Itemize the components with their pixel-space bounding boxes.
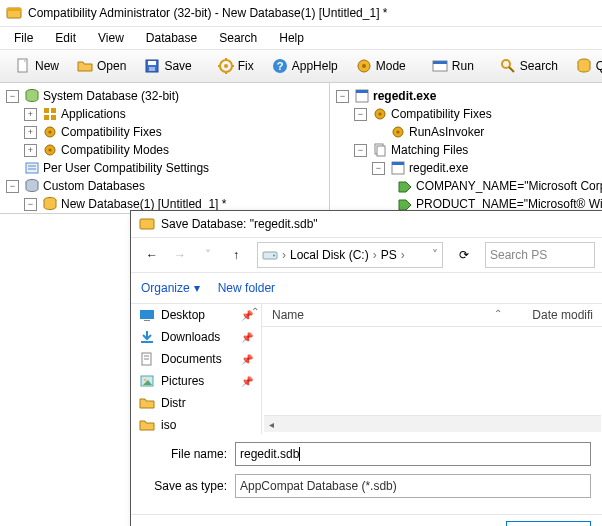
- files-icon: [372, 142, 388, 158]
- svg-point-28: [48, 130, 51, 133]
- expander-icon[interactable]: −: [336, 90, 349, 103]
- svg-rect-25: [44, 115, 49, 120]
- node-compat-modes[interactable]: Compatibility Modes: [61, 142, 169, 158]
- app-icon: [6, 5, 22, 21]
- svg-point-19: [502, 60, 510, 68]
- svg-rect-51: [392, 162, 404, 165]
- save-dialog: Save Database: "regedit.sdb" ← → ˅ ↑ › L…: [130, 210, 602, 214]
- expander-icon[interactable]: −: [6, 90, 19, 103]
- menu-help[interactable]: Help: [269, 29, 314, 47]
- node-per-user[interactable]: Per User Compatibility Settings: [43, 160, 209, 176]
- query-icon: [576, 58, 592, 74]
- new-button[interactable]: New: [6, 54, 68, 78]
- node-system-database[interactable]: System Database (32-bit): [43, 88, 179, 104]
- svg-point-16: [362, 64, 366, 68]
- exe-icon: [390, 160, 406, 176]
- fix-button[interactable]: Fix: [209, 54, 263, 78]
- apps-icon: [42, 106, 58, 122]
- expander-icon[interactable]: −: [354, 144, 367, 157]
- svg-rect-6: [149, 67, 155, 71]
- node-custom-databases[interactable]: Custom Databases: [43, 178, 145, 194]
- mode-button[interactable]: Mode: [347, 54, 415, 78]
- search-button[interactable]: Search: [491, 54, 567, 78]
- right-tree[interactable]: −regedit.exe −Compatibility Fixes RunAsI…: [330, 83, 602, 213]
- svg-rect-31: [26, 163, 38, 173]
- node-regedit-exe[interactable]: regedit.exe: [373, 88, 436, 104]
- svg-line-20: [509, 67, 514, 72]
- svg-rect-26: [51, 115, 56, 120]
- save-button[interactable]: Save: [135, 54, 200, 78]
- save-icon: [144, 58, 160, 74]
- tag-icon: [397, 178, 413, 194]
- svg-rect-1: [7, 8, 21, 11]
- svg-rect-43: [356, 90, 368, 93]
- svg-rect-18: [433, 61, 447, 64]
- node-runasinvoker[interactable]: RunAsInvoker: [409, 124, 484, 140]
- exe-icon: [354, 88, 370, 104]
- expander-icon[interactable]: +: [24, 126, 37, 139]
- fix-icon: [218, 58, 234, 74]
- run-button[interactable]: Run: [423, 54, 483, 78]
- svg-rect-49: [377, 146, 385, 156]
- database-new-icon: [42, 196, 58, 212]
- svg-rect-23: [44, 108, 49, 113]
- open-button[interactable]: Open: [68, 54, 135, 78]
- menu-database[interactable]: Database: [136, 29, 207, 47]
- new-icon: [15, 58, 31, 74]
- database-icon: [24, 88, 40, 104]
- run-icon: [432, 58, 448, 74]
- expander-icon[interactable]: −: [6, 180, 19, 193]
- menu-view[interactable]: View: [88, 29, 134, 47]
- open-icon: [77, 58, 93, 74]
- gear-icon: [372, 106, 388, 122]
- node-regedit-exe[interactable]: regedit.exe: [409, 160, 468, 176]
- left-tree[interactable]: −System Database (32-bit) +Applications …: [0, 83, 330, 213]
- database-icon: [24, 178, 40, 194]
- svg-rect-24: [51, 108, 56, 113]
- menubar: File Edit View Database Search Help: [0, 27, 602, 50]
- attr-company[interactable]: COMPANY_NAME="Microsoft Corporation": [416, 178, 602, 194]
- svg-marker-52: [399, 182, 411, 192]
- node-applications[interactable]: Applications: [61, 106, 126, 122]
- node-compat-fixes[interactable]: Compatibility Fixes: [61, 124, 162, 140]
- node-compat-fixes[interactable]: Compatibility Fixes: [391, 106, 492, 122]
- expander-icon[interactable]: −: [24, 198, 37, 211]
- svg-point-8: [224, 64, 228, 68]
- settings-icon: [24, 160, 40, 176]
- expander-icon[interactable]: −: [372, 162, 385, 175]
- search-icon: [500, 58, 516, 74]
- gear-icon: [390, 124, 406, 140]
- expander-icon[interactable]: −: [354, 108, 367, 121]
- svg-point-47: [396, 130, 399, 133]
- apphelp-button[interactable]: ? AppHelp: [263, 54, 347, 78]
- svg-rect-5: [148, 61, 156, 65]
- mode-icon: [356, 58, 372, 74]
- svg-point-30: [48, 148, 51, 151]
- svg-text:?: ?: [276, 60, 283, 72]
- gear-icon: [42, 142, 58, 158]
- expander-icon[interactable]: +: [24, 108, 37, 121]
- svg-marker-53: [399, 200, 411, 210]
- window-title: Compatibility Administrator (32-bit) - N…: [28, 6, 387, 20]
- node-matching-files[interactable]: Matching Files: [391, 142, 468, 158]
- expander-icon[interactable]: +: [24, 144, 37, 157]
- menu-search[interactable]: Search: [209, 29, 267, 47]
- apphelp-icon: ?: [272, 58, 288, 74]
- toolbar: New Open Save Fix ? AppHelp Mode Run Sea…: [0, 50, 602, 83]
- menu-edit[interactable]: Edit: [45, 29, 86, 47]
- menu-file[interactable]: File: [4, 29, 43, 47]
- query-button[interactable]: Query: [567, 54, 602, 78]
- gear-icon: [42, 124, 58, 140]
- svg-point-45: [378, 112, 381, 115]
